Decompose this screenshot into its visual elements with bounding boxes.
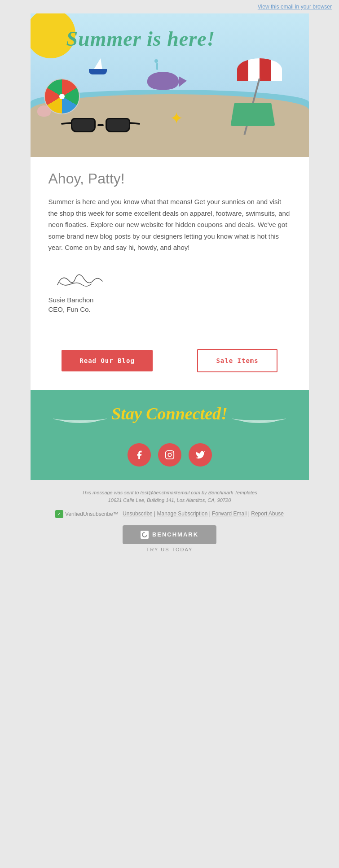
shell [37, 105, 51, 117]
wave-left [53, 414, 107, 422]
whale [147, 72, 179, 90]
whale-spout [156, 63, 158, 70]
sailboat-hull [89, 69, 107, 74]
signature-name: Susie Banchon [48, 296, 291, 304]
body-text: Summer is here and you know what that me… [48, 196, 291, 253]
benchmark-templates-link[interactable]: Benchmark Templates [208, 490, 257, 495]
view-in-browser-link[interactable]: View this email in your browser [258, 4, 332, 10]
beach-mat [230, 103, 275, 126]
social-icons-row [48, 443, 291, 467]
starfish: ✦ [170, 109, 183, 128]
verified-icon: ✓ [55, 510, 63, 518]
facebook-icon[interactable] [128, 443, 151, 467]
benchmark-label: BENCHMARK [152, 531, 198, 538]
svg-point-1 [168, 453, 171, 456]
signature-title: CEO, Fun Co. [48, 305, 291, 313]
sunglasses-frame [71, 118, 130, 132]
email-wrapper: Summer is here! [31, 13, 309, 561]
forward-email-link[interactable]: Forward Email [212, 510, 247, 517]
signature-area: Susie Banchon CEO, Fun Co. [48, 267, 291, 313]
beach-umbrella [237, 58, 282, 81]
wave-divider-top: Stay Connected! [48, 404, 291, 432]
unsubscribe-row: ✓ VerifiedUnsubscribe™ Unsubscribe | Man… [48, 510, 291, 518]
manage-subscription-link[interactable]: Manage Subscription [157, 510, 208, 517]
benchmark-button[interactable]: BENCHMARK [123, 525, 216, 544]
verified-text: VerifiedUnsubscribe™ [65, 511, 119, 517]
umbrella-top [237, 58, 282, 81]
try-us-label: TRY US TODAY [48, 547, 291, 552]
footer-address: 10621 Calle Lee, Building 141, Los Alami… [108, 497, 231, 503]
greeting-heading: Ahoy, Patty! [48, 170, 291, 187]
twitter-icon[interactable] [189, 443, 212, 467]
sg-lens-right [106, 118, 130, 132]
sunglasses [71, 118, 130, 132]
beach-ball-center [59, 94, 65, 99]
sg-lens-left [71, 118, 96, 132]
stay-connected-title: Stay Connected! [111, 404, 228, 423]
footer-message-text: This message was sent to test@benchmarke… [82, 490, 207, 495]
hero-title: Summer is here! [66, 27, 216, 51]
wave-right [232, 414, 286, 422]
sailboat-sail [93, 58, 102, 70]
report-abuse-link[interactable]: Report Abuse [251, 510, 284, 517]
svg-rect-0 [165, 450, 173, 458]
benchmark-logo-icon [141, 531, 149, 539]
footer-green-section: Stay Connected! [31, 390, 309, 480]
read-blog-button[interactable]: Read Our Blog [62, 350, 153, 371]
whale-tail [179, 76, 187, 87]
hero-section: Summer is here! [31, 13, 309, 157]
sale-items-button[interactable]: Sale Items [197, 349, 277, 372]
button-row: Read Our Blog Sale Items [31, 336, 309, 390]
footer-bottom: This message was sent to test@benchmarke… [31, 480, 309, 561]
sg-bridge [97, 124, 104, 126]
verified-badge: ✓ VerifiedUnsubscribe™ [55, 510, 119, 518]
signature-image [48, 267, 111, 292]
unsubscribe-link[interactable]: Unsubscribe [123, 510, 153, 517]
instagram-icon[interactable] [158, 443, 181, 467]
top-bar: View this email in your browser [0, 0, 339, 13]
whale-body [147, 72, 179, 90]
benchmark-button-container: BENCHMARK TRY US TODAY [48, 525, 291, 552]
email-content: Ahoy, Patty! Summer is here and you know… [31, 157, 309, 336]
footer-message: This message was sent to test@benchmarke… [48, 489, 291, 505]
benchmark-logo-inner [141, 531, 148, 538]
